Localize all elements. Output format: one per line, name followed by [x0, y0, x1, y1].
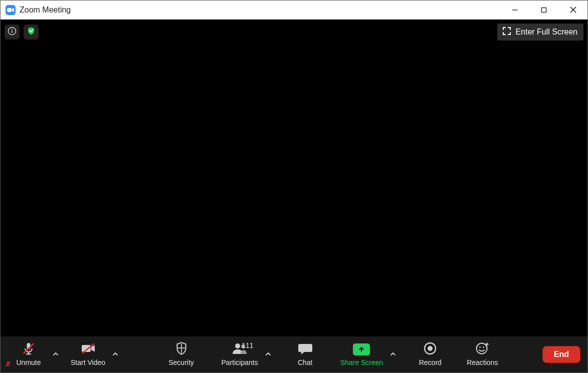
share-screen-button[interactable]: Share Screen: [336, 336, 387, 372]
chevron-up-icon: [112, 350, 118, 359]
svg-point-23: [479, 346, 481, 348]
participants-label: Participants: [222, 358, 258, 366]
audio-options-caret[interactable]: [50, 336, 62, 372]
svg-point-6: [12, 29, 13, 30]
svg-point-22: [477, 343, 487, 354]
share-screen-label: Share Screen: [340, 358, 383, 366]
chat-label: Chat: [298, 358, 313, 366]
window-controls: [500, 1, 587, 19]
unmute-label: Unmute: [16, 358, 41, 366]
video-area: [1, 20, 587, 336]
svg-rect-2: [542, 8, 546, 12]
chevron-up-icon: [390, 350, 396, 359]
reactions-button[interactable]: Reactions: [461, 336, 503, 372]
security-button[interactable]: Security: [160, 336, 203, 372]
start-video-button[interactable]: Start Video: [67, 336, 109, 372]
security-label: Security: [168, 358, 194, 366]
chevron-up-icon: [265, 350, 271, 359]
maximize-button[interactable]: [529, 1, 558, 19]
meeting-overlay-top: Enter Full Screen: [5, 24, 583, 41]
start-video-label: Start Video: [71, 358, 105, 366]
meeting-client-area: Enter Full Screen: [1, 20, 587, 372]
chat-bubble-icon: [298, 342, 313, 357]
meeting-info-button[interactable]: [5, 25, 20, 40]
shield-check-icon: [27, 27, 36, 38]
record-label: Record: [419, 358, 442, 366]
window-title: Zoom Meeting: [20, 6, 71, 15]
svg-point-21: [428, 346, 433, 351]
zoom-app-icon: [6, 5, 16, 15]
participants-options-caret[interactable]: [262, 336, 274, 372]
microphone-slash-icon: [22, 341, 36, 357]
fullscreen-icon: [502, 27, 511, 38]
share-screen-icon: [353, 343, 370, 355]
participants-count: 111: [242, 341, 253, 349]
close-button[interactable]: [558, 1, 587, 19]
chevron-up-icon: [53, 350, 59, 359]
encryption-shield-button[interactable]: [24, 25, 39, 40]
record-button[interactable]: Record: [409, 336, 451, 372]
svg-point-18: [235, 343, 240, 348]
end-label: End: [554, 350, 569, 359]
reactions-label: Reactions: [467, 358, 498, 366]
video-options-caret[interactable]: [109, 336, 121, 372]
share-options-caret[interactable]: [387, 336, 399, 372]
info-icon: [8, 27, 17, 38]
record-icon: [424, 342, 437, 357]
enter-full-screen-button[interactable]: Enter Full Screen: [497, 24, 583, 41]
enter-full-screen-label: Enter Full Screen: [515, 28, 577, 37]
smiley-plus-icon: [475, 341, 489, 357]
meeting-toolbar: Unmute: [1, 336, 587, 372]
zoom-meeting-window: Zoom Meeting: [0, 0, 588, 373]
camera-slash-icon: [80, 342, 96, 357]
participants-button[interactable]: 111 Participants: [218, 336, 262, 372]
shield-icon: [175, 341, 188, 357]
unmute-button[interactable]: Unmute: [8, 336, 50, 372]
svg-point-24: [483, 346, 484, 348]
end-meeting-button[interactable]: End: [542, 346, 580, 363]
minimize-button[interactable]: [500, 1, 529, 19]
chat-button[interactable]: Chat: [284, 336, 326, 372]
self-view-mic-muted-indicator: [3, 359, 14, 370]
svg-rect-0: [7, 8, 12, 12]
titlebar: Zoom Meeting: [1, 1, 587, 20]
svg-rect-7: [12, 31, 13, 33]
microphone-slash-icon: [5, 360, 12, 369]
